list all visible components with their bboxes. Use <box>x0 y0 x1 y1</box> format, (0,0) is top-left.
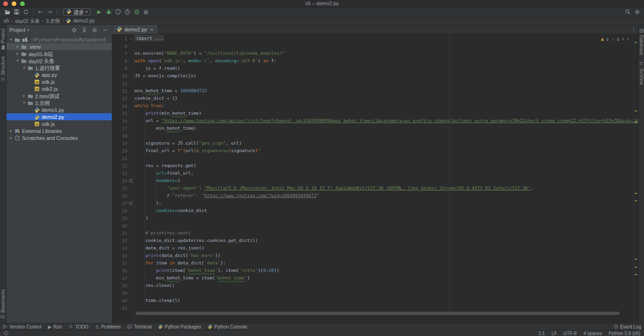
tree-item-day01-b-[interactable]: ▸day01-B站 <box>7 50 112 57</box>
inspections-widget[interactable]: ▲ 2 ✓ 5 ∧ ∨ <box>599 36 632 42</box>
run-configuration-select[interactable]: 请求 ▾ <box>63 8 91 16</box>
vertical-scrollbar[interactable] <box>634 35 638 323</box>
save-all-icon[interactable] <box>12 8 21 16</box>
code-line-36[interactable]: print(item['behot_time'], item['title'][… <box>135 267 638 274</box>
line-number[interactable]: 22 <box>112 163 128 168</box>
forward-icon[interactable]: → <box>45 8 54 16</box>
line-number[interactable]: 7 <box>112 51 128 56</box>
code-area[interactable]: import ...os.environ["NODE_PATH"] = "/us… <box>134 35 638 323</box>
breadcrumb-item-s5[interactable]: s5 <box>4 18 9 23</box>
code-line-24[interactable]: headers={ <box>135 177 638 184</box>
line-number[interactable]: 33 <box>112 246 128 251</box>
editor-tab-demo2-py[interactable]: demo2.py × <box>112 25 158 34</box>
gutter-line-37[interactable]: 37 <box>112 274 133 282</box>
code-line-37[interactable]: min_behot_time = item['behot_time'] <box>135 274 638 282</box>
code-line-15[interactable]: print(min_behot_time) <box>135 110 638 117</box>
status-item-1-1[interactable]: 1:1 <box>538 331 545 336</box>
prev-issue-icon[interactable]: ∧ <box>622 37 624 41</box>
gutter-line-36[interactable]: 36 <box>112 267 133 274</box>
gutter-line-39[interactable]: 39 <box>112 289 133 297</box>
line-number[interactable]: 8 <box>112 58 128 64</box>
gutter-line-33[interactable]: 33 <box>112 244 133 252</box>
code-line-1[interactable]: import ... <box>135 35 638 42</box>
gutter-line-11[interactable]: 11 <box>112 80 133 87</box>
code-line-40[interactable]: time.sleep(5) <box>135 297 638 304</box>
toolwindow-stripe-project[interactable]: Project <box>0 29 6 50</box>
profiler-icon[interactable] <box>123 8 132 16</box>
code-line-22[interactable]: res = requests.get( <box>135 162 638 169</box>
stop-icon[interactable]: ■ <box>141 8 151 16</box>
code-line-7[interactable]: os.environ["NODE_PATH"] = "/usr/local/li… <box>135 50 638 57</box>
line-number[interactable]: 25 <box>112 186 128 191</box>
hide-panel-icon[interactable]: − <box>101 26 109 34</box>
open-project-icon[interactable] <box>2 8 12 16</box>
line-number[interactable]: 36 <box>112 268 128 273</box>
breadcrumb-item-demo2.py[interactable]: demo2.py <box>66 18 94 23</box>
code-line-38[interactable]: res.close() <box>135 282 638 289</box>
line-number[interactable]: 27 <box>112 201 128 206</box>
run-icon[interactable]: ▶ <box>94 8 104 16</box>
code-line-34[interactable]: print(data_dict['has_more']) <box>135 252 638 259</box>
gutter-line-29[interactable]: 29 <box>112 214 133 222</box>
fold-region-icon[interactable]: − <box>128 199 133 207</box>
line-number[interactable]: 17 <box>112 126 128 131</box>
code-line-16[interactable]: url = "https://www.toutiao.com/api/pc/li… <box>135 117 638 124</box>
gutter-line-26[interactable]: 26 <box>112 192 133 199</box>
line-number[interactable]: 29 <box>112 216 128 221</box>
tree-item-s5[interactable]: ▾s5~/PycharmProjects/luffySpider/s5 <box>7 36 112 43</box>
gutter-line-16[interactable]: 16 <box>112 117 133 124</box>
tree-item-day02-[interactable]: ▾day02 头条 <box>7 57 112 64</box>
gutter-line-38[interactable]: 38 <box>112 282 133 289</box>
code-line-17[interactable]: min_behot_time) <box>135 124 638 132</box>
debug-icon[interactable] <box>104 8 113 16</box>
gutter-line-8[interactable]: 8 <box>112 57 133 65</box>
line-number[interactable]: 15 <box>112 111 128 116</box>
code-line-26[interactable]: # "referer": "https://www.toutiao.com/?w… <box>135 192 638 199</box>
gutter-line-19[interactable]: 19 <box>112 139 133 147</box>
settings-icon[interactable] <box>632 8 642 16</box>
toolwindow-stripe-structure[interactable]: Structure <box>0 56 6 82</box>
line-number[interactable]: 26 <box>112 193 128 198</box>
gutter-line-30[interactable]: 30 <box>112 222 133 229</box>
gutter-line-17[interactable]: 17 <box>112 124 133 132</box>
toolwindows-toggle-icon[interactable] <box>4 331 8 336</box>
code-line-32[interactable]: cookie_dict.update(res.cookies.get_dict(… <box>135 237 638 244</box>
toolwindow-stripe-database[interactable]: Database <box>639 29 644 55</box>
code-line-8[interactable]: with open('sdk.js', mode='r', encoding='… <box>135 57 638 65</box>
gutter-line-10[interactable]: 10 <box>112 72 133 80</box>
tree-item-external-libraries[interactable]: ▸External Libraries <box>7 127 112 134</box>
line-number[interactable]: 21 <box>112 156 128 161</box>
collapse-all-icon[interactable] <box>80 26 88 34</box>
code-line-19[interactable]: signature = JS.call("get_sign", url) <box>135 139 638 147</box>
toolwindow-button-python-console[interactable]: Python Console <box>208 324 247 329</box>
line-number[interactable]: 16 <box>112 118 128 124</box>
toolwindow-button-version-control[interactable]: Version Control <box>3 324 41 329</box>
gutter-line-32[interactable]: 32 <box>112 237 133 244</box>
tree-item-3.-[interactable]: ▾3.示例 <box>7 99 112 106</box>
code-line-6[interactable] <box>135 42 638 50</box>
close-tab-icon[interactable]: × <box>150 27 153 32</box>
gutter-line-27[interactable]: 27− <box>112 199 133 207</box>
code-line-18[interactable] <box>135 132 638 139</box>
code-line-31[interactable]: # print(res.text) <box>135 229 638 237</box>
gutter-line-12[interactable]: 12 <box>112 87 133 95</box>
toolwindow-stripe-bookmarks[interactable]: Bookmarks <box>0 289 6 319</box>
line-number[interactable]: 30 <box>112 223 128 228</box>
code-editor[interactable]: 1›6789101112131415161718192021222324−252… <box>112 35 638 323</box>
toolwindow-stripe-sciview[interactable]: SciView <box>639 62 644 85</box>
line-number[interactable]: 37 <box>112 276 128 281</box>
gutter-line-28[interactable]: 28 <box>112 207 133 214</box>
status-item-utf-8[interactable]: UTF-8 <box>564 331 577 336</box>
toolwindow-button-run[interactable]: ▶Run <box>48 324 62 329</box>
line-number[interactable]: 12 <box>112 88 128 94</box>
coverage-icon[interactable] <box>113 8 123 16</box>
code-line-14[interactable]: while True: <box>135 102 638 110</box>
horizontal-scrollbar-thumb[interactable] <box>136 312 620 315</box>
line-number[interactable]: 31 <box>112 231 128 236</box>
gutter-line-6[interactable]: 6 <box>112 42 133 50</box>
toolwindow-button-todo[interactable]: TODO <box>68 324 88 329</box>
tree-item-demo1.py[interactable]: demo1.py <box>7 106 112 113</box>
line-number[interactable]: 10 <box>112 73 128 79</box>
line-number[interactable]: 19 <box>112 141 128 146</box>
code-line-20[interactable]: final_url = f"{url}&_signature={signatur… <box>135 147 638 154</box>
